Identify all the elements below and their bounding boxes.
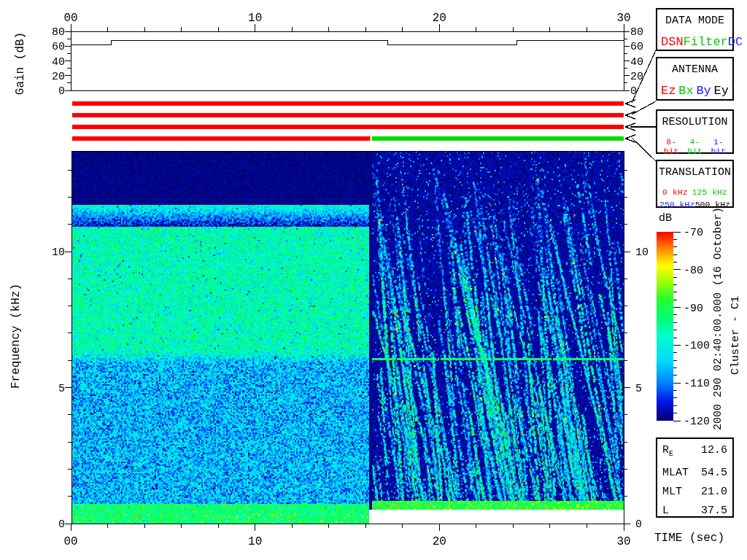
gain-axis-label: Gain (dB) — [14, 32, 27, 95]
tick-label: 60 — [630, 41, 643, 53]
tick-label: -90 — [684, 303, 703, 315]
bottom-time-axis: 00102030 — [63, 524, 630, 548]
tick-label: -70 — [684, 227, 703, 239]
ephemeris-row-re: RE 12.6 — [657, 443, 732, 462]
tick-label: 60 — [52, 41, 65, 53]
legend-title: RESOLUTION — [657, 116, 732, 128]
frequency-y-axis: 10105500 — [52, 170, 649, 531]
legend-item-dsn: DSN — [661, 35, 684, 49]
tick-label: 80 — [52, 26, 65, 39]
axes-layer: 0010203000102030808060604040202000101055… — [0, 0, 747, 560]
datetime-annotation: 2000 290 02:40:00.000 (16 October) — [712, 207, 724, 430]
gain-plot-frame — [71, 31, 624, 90]
spacecraft-annotation: Cluster - C1 — [729, 296, 742, 375]
legend-box-translation: TRANSLATION 0 kHz 125 kHz 250 kHz 500 kH… — [656, 160, 734, 208]
legend-item-4bit: 4-bit — [683, 137, 706, 156]
ephemeris-label: MLAT — [662, 466, 689, 481]
top-time-axis: 00102030 — [63, 12, 630, 31]
tick-label: 0 — [58, 518, 65, 531]
ephemeris-value: 12.6 — [701, 443, 727, 462]
legend-item-8bit: 8-bit — [659, 137, 683, 156]
legend-box-resolution: RESOLUTION 8-bit 4-bit 1-bit — [656, 109, 734, 154]
legend-title: TRANSLATION — [657, 166, 732, 179]
legend-item-by: By — [696, 84, 711, 98]
ephemeris-box: RE 12.6 MLAT 54.5 MLT 21.0 L 37.5 — [656, 438, 734, 518]
tick-label: 10 — [635, 246, 649, 259]
legend-item-filter: Filter — [684, 35, 728, 49]
tick-label: 0 — [58, 85, 65, 98]
tick-label: 00 — [63, 535, 77, 548]
tick-label: -110 — [684, 378, 710, 390]
legend-item-dc: DC — [728, 35, 743, 49]
tick-label: 10 — [248, 535, 262, 548]
ephemeris-label: RE — [662, 443, 673, 462]
ephemeris-row-l: L 37.5 — [657, 504, 732, 518]
status-bars — [72, 101, 624, 141]
legend-title: ANTENNA — [657, 63, 732, 76]
tick-label: 20 — [52, 71, 65, 83]
ephemeris-label: MLT — [662, 485, 682, 499]
colorbar-gradient — [657, 232, 673, 421]
colorbar-ticks: -70-80-90-100-110-120 — [673, 227, 710, 428]
tick-label: 0 — [635, 518, 642, 531]
tick-label: -80 — [684, 265, 703, 277]
tick-label: 0 — [630, 85, 637, 98]
legend-box-antenna: ANTENNA Ez Bx By Ey — [656, 57, 734, 101]
tick-label: 20 — [433, 12, 446, 25]
ephemeris-value: 37.5 — [701, 504, 727, 518]
ephemeris-value: 21.0 — [701, 485, 727, 499]
tick-label: 80 — [630, 26, 643, 39]
tick-label: 20 — [433, 535, 446, 548]
tick-label: 10 — [248, 12, 262, 25]
tick-label: 40 — [52, 56, 65, 69]
tick-label: 30 — [616, 535, 630, 548]
status-bar-resolution — [72, 125, 624, 129]
ephemeris-value: 54.5 — [701, 466, 727, 481]
legend-title: DATA MODE — [657, 15, 732, 27]
status-bar-translation — [72, 136, 371, 141]
gain-y-axis: 808060604040202000 — [52, 26, 643, 98]
legend-item-500khz: 500 kHz — [695, 200, 730, 209]
ephemeris-row-mlat: MLAT 54.5 — [657, 466, 732, 481]
spectrogram-frame — [71, 151, 624, 524]
wbd-spectrogram-plot: 0010203000102030808060604040202000101055… — [0, 0, 747, 560]
colorbar-unit-label: dB — [659, 212, 672, 225]
legend-item-0khz: 0 kHz — [662, 187, 688, 197]
tick-label: 5 — [635, 383, 642, 395]
legend-item-bx: Bx — [678, 84, 693, 98]
frequency-axis-label: Frequency (kHz) — [9, 284, 23, 389]
tick-label: 10 — [52, 246, 65, 259]
tick-label: -100 — [684, 340, 710, 352]
legend-item-ez: Ez — [661, 84, 676, 98]
status-bar-data-mode — [72, 101, 624, 106]
legend-item-250khz: 250 kHz — [659, 200, 694, 209]
legend-box-data-mode: DATA MODE DSN Filter DC — [656, 8, 734, 51]
tick-label: 00 — [63, 12, 77, 25]
status-bar-translation — [372, 136, 624, 141]
time-axis-label: TIME (sec) — [654, 532, 724, 545]
gain-line — [71, 41, 624, 45]
legend-item-ey: Ey — [714, 84, 729, 98]
tick-label: 30 — [616, 12, 630, 25]
legend-item-125khz: 125 kHz — [692, 187, 727, 197]
tick-label: -120 — [684, 416, 710, 428]
legend-item-1bit: 1-bit — [707, 137, 730, 156]
tick-label: 5 — [58, 383, 65, 395]
ephemeris-row-mlt: MLT 21.0 — [657, 485, 732, 499]
status-bar-antenna — [72, 113, 624, 117]
tick-label: 40 — [630, 56, 643, 69]
ephemeris-label: L — [662, 504, 669, 518]
